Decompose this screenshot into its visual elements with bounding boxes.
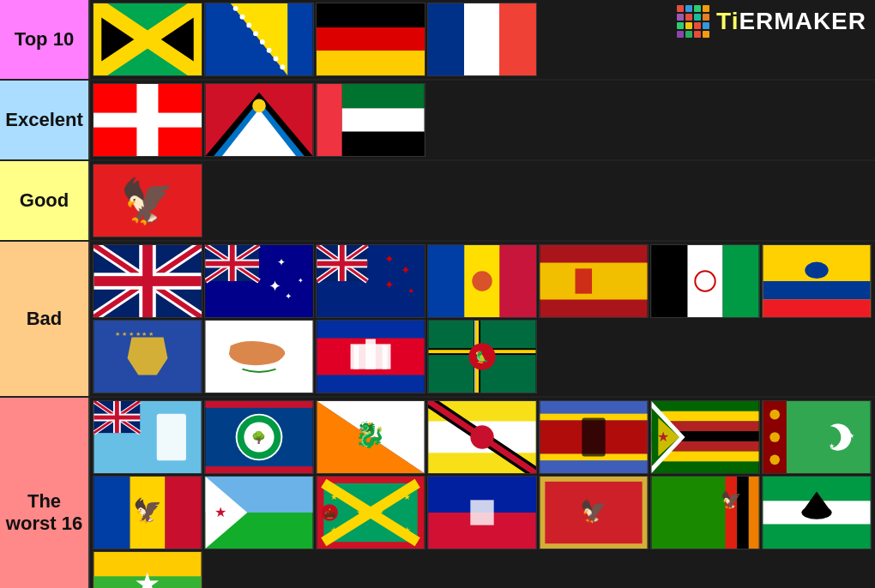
flag-uae[interactable] xyxy=(316,83,425,157)
flag-brunei[interactable] xyxy=(427,400,537,474)
svg-text:✦: ✦ xyxy=(285,291,292,301)
tier-row-excellent: Excelent xyxy=(0,81,875,161)
tier-items-worst: 🌳 🐉 xyxy=(88,398,875,588)
svg-rect-187 xyxy=(763,525,870,549)
tier-label-text-good: Good xyxy=(20,189,69,212)
svg-text:★: ★ xyxy=(214,505,226,519)
flag-zambia[interactable]: 🦅 xyxy=(650,476,760,549)
svg-rect-81 xyxy=(763,299,870,317)
tier-label-excellent: Excelent xyxy=(0,81,88,159)
svg-rect-68 xyxy=(428,245,464,317)
svg-rect-154 xyxy=(94,477,130,549)
svg-text:✦: ✦ xyxy=(298,277,304,285)
page-wrapper: TiERMAKER Top 10 xyxy=(0,0,875,588)
svg-point-18 xyxy=(274,57,279,62)
flag-dominica[interactable]: 🦜 xyxy=(427,320,537,393)
svg-rect-180 xyxy=(725,477,737,549)
svg-rect-90 xyxy=(353,345,359,369)
svg-rect-132 xyxy=(540,460,647,473)
svg-text:★: ★ xyxy=(835,444,841,452)
flag-myanmar[interactable]: ★ xyxy=(93,551,202,588)
flag-lesotho[interactable] xyxy=(762,476,872,549)
tier-label-text-worst: The worst 16 xyxy=(4,490,84,535)
flag-germany[interactable] xyxy=(316,3,425,76)
tier-row-good: Good 🦅 xyxy=(0,161,875,242)
flag-cyprus[interactable] xyxy=(204,320,314,393)
svg-point-13 xyxy=(240,15,245,20)
flag-afghanistan[interactable] xyxy=(650,244,760,318)
svg-rect-175 xyxy=(470,500,493,525)
svg-text:🦅: 🦅 xyxy=(133,496,163,525)
svg-rect-112 xyxy=(205,401,312,408)
flag-belize[interactable]: 🌳 xyxy=(204,400,314,474)
flag-bosnia[interactable] xyxy=(204,3,314,76)
svg-text:🌳: 🌳 xyxy=(252,430,268,445)
flag-newzealand[interactable]: ✦ ✦ ✦ ✦ xyxy=(316,244,425,318)
tier-list: Top 10 xyxy=(0,0,875,588)
svg-point-14 xyxy=(246,22,251,27)
flag-grenada[interactable]: ★★★ ★ ★ ★ ★ 🌰 xyxy=(316,476,425,549)
flag-moldova[interactable]: 🦅 xyxy=(93,476,202,549)
svg-text:✦: ✦ xyxy=(277,256,286,267)
flag-australia[interactable]: ✦ ✦ ✦ ✦ xyxy=(204,244,314,318)
flag-ecuador[interactable] xyxy=(762,244,872,318)
tier-label-top10: Top 10 xyxy=(0,0,88,79)
logo-grid-icon xyxy=(677,5,709,38)
svg-text:✦: ✦ xyxy=(407,286,414,296)
svg-text:★: ★ xyxy=(829,442,835,450)
svg-text:★: ★ xyxy=(842,441,848,448)
tier-label-text-excellent: Excelent xyxy=(5,109,83,131)
flag-albania[interactable]: 🦅 xyxy=(93,164,202,237)
svg-point-148 xyxy=(769,455,780,465)
svg-point-127 xyxy=(470,425,493,448)
tiermaker-logo: TiERMAKER xyxy=(677,5,866,38)
tier-label-text-top10: Top 10 xyxy=(15,28,74,51)
flag-uk[interactable] xyxy=(93,244,202,318)
svg-rect-73 xyxy=(540,263,647,300)
svg-point-147 xyxy=(769,432,780,442)
flag-fiji-type[interactable] xyxy=(93,400,202,474)
svg-point-82 xyxy=(805,262,828,279)
svg-text:★ ★ ★ ★ ★ ★: ★ ★ ★ ★ ★ ★ xyxy=(115,331,154,337)
flag-haiti[interactable] xyxy=(427,476,537,549)
flag-jamaica[interactable] xyxy=(93,3,202,76)
tier-label-good: Good xyxy=(0,161,88,240)
svg-rect-75 xyxy=(651,245,687,317)
tiermaker-text: TiERMAKER xyxy=(716,8,866,35)
svg-rect-80 xyxy=(763,281,870,299)
svg-rect-39 xyxy=(94,276,201,286)
flag-antigua[interactable] xyxy=(204,83,314,157)
flag-turkmenistan[interactable]: ★ ★ ★ ★ ★ xyxy=(762,400,872,474)
flag-montenegro[interactable]: 🦅 xyxy=(539,476,649,549)
svg-text:✦: ✦ xyxy=(384,253,395,266)
svg-rect-26 xyxy=(342,84,425,108)
svg-text:★: ★ xyxy=(403,525,411,535)
flag-eswatini[interactable] xyxy=(539,400,649,474)
flag-spain[interactable] xyxy=(539,244,649,318)
flag-zimbabwe[interactable]: ★ xyxy=(650,400,760,474)
flag-kosovo[interactable]: ★ ★ ★ ★ ★ ★ xyxy=(93,320,202,393)
svg-text:🦅: 🦅 xyxy=(121,175,176,227)
flag-switzerland[interactable] xyxy=(93,83,202,157)
svg-text:★: ★ xyxy=(403,492,411,501)
tier-items-good: 🦅 xyxy=(88,161,875,240)
flag-andorra[interactable] xyxy=(427,244,537,318)
tier-items-excellent xyxy=(88,81,875,159)
svg-text:🦅: 🦅 xyxy=(580,498,607,525)
tier-row-bad: Bad xyxy=(0,242,875,398)
svg-rect-28 xyxy=(342,132,425,156)
svg-rect-109 xyxy=(94,416,140,420)
flag-bhutan[interactable]: 🐉 xyxy=(316,400,425,474)
tier-row-worst: The worst 16 xyxy=(0,398,875,588)
tier-label-worst: The worst 16 xyxy=(0,398,88,588)
tier-label-bad: Bad xyxy=(0,242,88,396)
svg-rect-74 xyxy=(576,268,593,293)
flag-djibouti[interactable]: ★ xyxy=(204,476,314,549)
svg-text:★: ★ xyxy=(657,429,669,444)
svg-point-19 xyxy=(280,64,285,69)
svg-point-24 xyxy=(252,99,266,113)
svg-text:★: ★ xyxy=(135,567,161,588)
flag-france[interactable] xyxy=(427,3,537,76)
flag-cambodia[interactable] xyxy=(316,320,425,393)
svg-rect-70 xyxy=(500,245,536,317)
